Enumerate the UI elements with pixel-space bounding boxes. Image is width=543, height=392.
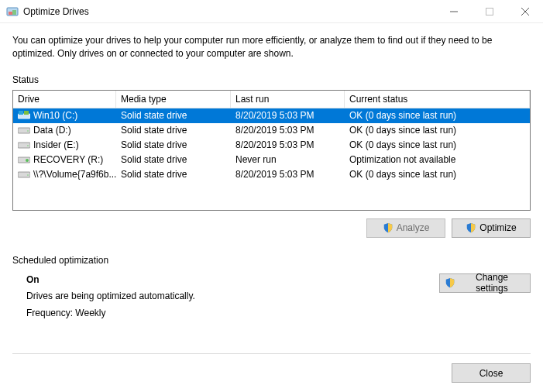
drive-icon (18, 126, 30, 135)
drive-list-header: Drive Media type Last run Current status (13, 91, 530, 108)
minimize-button[interactable] (436, 0, 472, 23)
drive-name: Insider (E:) (33, 139, 79, 150)
col-media[interactable]: Media type (116, 91, 231, 108)
window-title: Optimize Drives (23, 6, 89, 17)
drive-status: OK (0 days since last run) (345, 124, 530, 136)
maximize-button[interactable] (472, 0, 507, 23)
close-button[interactable]: Close (452, 363, 531, 383)
close-window-button[interactable] (507, 0, 543, 23)
analyze-label: Analyze (397, 222, 430, 233)
scheduled-state: On (26, 272, 439, 289)
drive-lastrun: Never run (231, 153, 345, 166)
description-text: You can optimize your drives to help you… (12, 34, 531, 60)
app-icon (6, 5, 19, 18)
svg-rect-4 (486, 8, 493, 15)
drive-lastrun: 8/20/2019 5:03 PM (231, 109, 345, 122)
change-settings-button[interactable]: Change settings (439, 273, 531, 293)
drive-name: \\?\Volume{7a9f6b... (33, 169, 116, 180)
optimize-label: Optimize (479, 222, 516, 233)
drive-media: Solid state drive (116, 168, 231, 181)
svg-point-17 (27, 174, 29, 176)
svg-point-11 (27, 130, 29, 132)
drive-name: Win10 (C:) (33, 110, 77, 121)
drive-name: Data (D:) (33, 125, 71, 136)
close-label: Close (479, 368, 503, 379)
drive-status: OK (0 days since last run) (345, 168, 530, 181)
col-lastrun[interactable]: Last run (231, 91, 345, 108)
svg-rect-2 (12, 10, 16, 15)
scheduled-body: On Drives are being optimized automatica… (12, 272, 439, 322)
drive-lastrun: 8/20/2019 5:03 PM (231, 168, 345, 181)
drive-status: OK (0 days since last run) (345, 139, 530, 151)
shield-icon (383, 222, 394, 233)
shield-icon (466, 222, 476, 233)
analyze-button[interactable]: Analyze (366, 218, 445, 238)
drive-row[interactable]: Data (D:)Solid state drive8/20/2019 5:03… (13, 123, 530, 138)
drive-row[interactable]: RECOVERY (R:)Solid state driveNever runO… (13, 153, 530, 167)
drive-status: OK (0 days since last run) (345, 109, 530, 122)
col-status[interactable]: Current status (345, 91, 530, 108)
svg-point-13 (27, 145, 29, 146)
scheduled-freq: Frequency: Weekly (26, 305, 439, 322)
drive-media: Solid state drive (116, 109, 231, 122)
titlebar: Optimize Drives (0, 0, 543, 23)
drive-lastrun: 8/20/2019 5:03 PM (231, 124, 345, 136)
svg-rect-9 (24, 111, 29, 115)
drive-row[interactable]: Win10 (C:)Solid state drive8/20/2019 5:0… (13, 108, 530, 123)
drive-name: RECOVERY (R:) (33, 154, 103, 165)
scheduled-desc: Drives are being optimized automatically… (26, 288, 439, 305)
optimize-button[interactable]: Optimize (452, 218, 531, 238)
drive-icon (18, 111, 30, 120)
svg-rect-8 (19, 111, 23, 115)
drive-icon (18, 170, 30, 179)
shield-icon (445, 277, 455, 288)
col-drive[interactable]: Drive (13, 91, 116, 108)
scheduled-label: Scheduled optimization (12, 255, 531, 266)
drive-row[interactable]: \\?\Volume{7a9f6b...Solid state drive8/2… (13, 167, 530, 182)
drive-media: Solid state drive (116, 124, 231, 136)
bottom-bar: Close (12, 353, 531, 383)
drive-row[interactable]: Insider (E:)Solid state drive8/20/2019 5… (13, 138, 530, 153)
drive-media: Solid state drive (116, 153, 231, 166)
drive-list: Drive Media type Last run Current status… (12, 90, 531, 211)
drive-lastrun: 8/20/2019 5:03 PM (231, 139, 345, 151)
svg-point-15 (26, 159, 29, 162)
change-settings-label: Change settings (459, 272, 525, 294)
status-label: Status (12, 74, 531, 85)
action-button-row: Analyze Optimize (12, 218, 531, 238)
drive-media: Solid state drive (116, 139, 231, 151)
drive-icon (18, 140, 30, 150)
drive-icon (18, 155, 30, 164)
svg-rect-1 (9, 12, 12, 15)
drive-status: Optimization not available (345, 153, 530, 166)
